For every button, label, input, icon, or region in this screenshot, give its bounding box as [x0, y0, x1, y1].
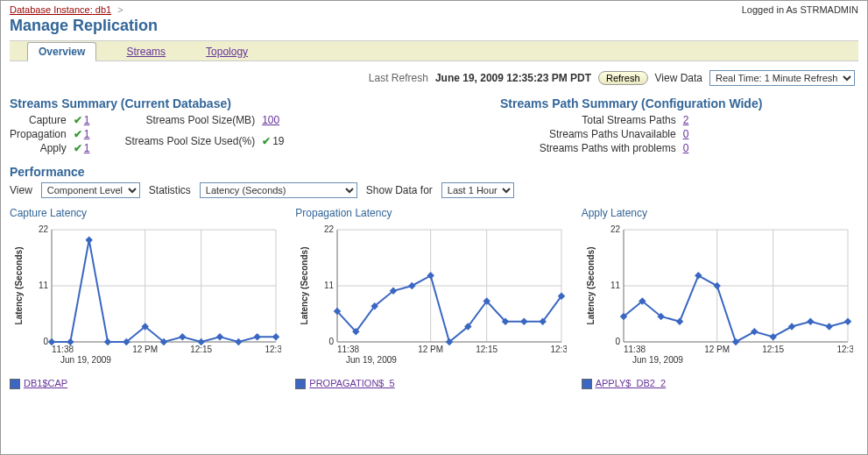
charts-row: Capture Latency 0112211:3812 PM12:1512:3…	[10, 207, 858, 389]
svg-rect-92	[843, 317, 850, 324]
svg-rect-83	[675, 317, 682, 324]
chart-apply-latency: Apply Latency 0112211:3812 PM12:1512:30J…	[582, 207, 858, 389]
svg-text:11: 11	[610, 281, 621, 290]
svg-text:11:38: 11:38	[337, 345, 359, 354]
svg-rect-90	[807, 317, 814, 324]
svg-text:0: 0	[615, 337, 620, 346]
logged-in-text: Logged in As STRMADMIN	[742, 4, 858, 15]
svg-rect-91	[825, 323, 832, 330]
show-data-for-select[interactable]: Last 1 Hour	[441, 182, 514, 198]
capture-count-link[interactable]: 1	[84, 114, 90, 126]
svg-rect-20	[85, 236, 92, 243]
statistics-select[interactable]: Latency (Seconds)	[200, 182, 357, 198]
show-data-for-label: Show Data for	[366, 184, 433, 196]
chart-title: Apply Latency	[582, 207, 858, 219]
tab-topology[interactable]: Topology	[195, 43, 258, 60]
check-icon: ✔	[74, 114, 82, 126]
legend-link[interactable]: APPLY$_DB2_2	[596, 378, 667, 388]
svg-rect-87	[751, 328, 758, 335]
chart-title: Propagation Latency	[295, 207, 572, 219]
check-icon: ✔	[74, 128, 82, 140]
svg-text:Jun 19, 2009: Jun 19, 2009	[632, 355, 683, 365]
pool-size-label: Streams Pool Size(MB)	[124, 114, 255, 133]
svg-text:0: 0	[329, 337, 335, 346]
view-label: View	[10, 184, 32, 196]
pool-used-value: 19	[272, 135, 284, 147]
svg-rect-53	[408, 282, 415, 289]
path-summary-title: Streams Path Summary (Configuration Wide…	[500, 96, 858, 110]
paths-unavail-label: Streams Paths Unavailable	[500, 128, 676, 140]
legend-link[interactable]: DB1$CAP	[24, 378, 67, 388]
last-refresh-label: Last Refresh	[369, 72, 428, 84]
svg-text:11:38: 11:38	[624, 345, 646, 354]
statistics-label: Statistics	[149, 184, 191, 196]
legend-swatch-icon	[295, 379, 306, 389]
svg-rect-86	[731, 338, 738, 345]
view-data-label: View Data	[655, 72, 702, 84]
svg-rect-89	[787, 323, 794, 330]
legend-link[interactable]: PROPAGATION$_5	[309, 378, 394, 388]
last-refresh-timestamp: June 19, 2009 12:35:23 PM PDT	[435, 72, 591, 84]
svg-text:11:38: 11:38	[52, 345, 74, 354]
pool-size-link[interactable]: 100	[262, 114, 279, 126]
refresh-bar: Last Refresh June 19, 2009 12:35:23 PM P…	[10, 70, 858, 86]
paths-problem-label: Streams Paths with problems	[500, 142, 676, 154]
svg-text:11: 11	[324, 281, 335, 290]
chart-svg: 0112211:3812 PM12:1512:30Jun 19, 2009Lat…	[10, 223, 281, 372]
propagation-label: Propagation	[10, 128, 67, 140]
svg-text:22: 22	[324, 224, 335, 234]
apply-count-link[interactable]: 1	[84, 142, 90, 154]
svg-text:11: 11	[39, 281, 49, 290]
view-data-select[interactable]: Real Time: 1 Minute Refresh	[709, 70, 855, 86]
svg-rect-84	[695, 272, 702, 279]
chart-legend: DB1$CAP	[10, 378, 286, 389]
page-title: Manage Replication	[10, 17, 858, 35]
svg-rect-30	[272, 333, 279, 340]
paths-unavail-link[interactable]: 0	[683, 128, 689, 140]
svg-text:12:30: 12:30	[836, 345, 853, 354]
paths-problem-link[interactable]: 0	[683, 142, 689, 154]
svg-text:12:15: 12:15	[476, 345, 498, 354]
svg-text:12 PM: 12 PM	[704, 345, 730, 354]
chart-svg: 0112211:3812 PM12:1512:30Jun 19, 2009Lat…	[582, 223, 853, 372]
svg-text:Jun 19, 2009: Jun 19, 2009	[60, 355, 111, 365]
svg-rect-88	[769, 333, 776, 340]
tab-streams[interactable]: Streams	[116, 43, 176, 60]
svg-text:12 PM: 12 PM	[132, 345, 158, 354]
svg-rect-28	[235, 338, 242, 345]
performance-controls: View Component Level Statistics Latency …	[10, 182, 858, 198]
refresh-button[interactable]: Refresh	[598, 71, 648, 85]
svg-text:22: 22	[39, 224, 49, 234]
legend-swatch-icon	[10, 379, 20, 389]
chart-capture-latency: Capture Latency 0112211:3812 PM12:1512:3…	[10, 207, 286, 389]
capture-label: Capture	[10, 114, 67, 126]
svg-text:Jun 19, 2009: Jun 19, 2009	[346, 355, 397, 365]
chevron-right-icon: >	[117, 4, 123, 15]
check-icon: ✔	[262, 135, 271, 147]
svg-rect-85	[713, 282, 720, 289]
svg-text:Latency (Seconds): Latency (Seconds)	[14, 247, 24, 325]
propagation-count-link[interactable]: 1	[84, 128, 90, 140]
total-paths-label: Total Streams Paths	[500, 114, 676, 126]
svg-rect-29	[253, 333, 260, 340]
chart-legend: APPLY$_DB2_2	[582, 378, 858, 389]
svg-text:12:15: 12:15	[190, 345, 212, 354]
view-select[interactable]: Component Level	[41, 182, 140, 198]
legend-swatch-icon	[582, 379, 592, 389]
tab-overview[interactable]: Overview	[27, 42, 96, 61]
svg-text:12:15: 12:15	[762, 345, 784, 354]
total-paths-link[interactable]: 2	[683, 114, 689, 126]
svg-rect-27	[216, 333, 223, 340]
apply-label: Apply	[10, 142, 67, 154]
svg-text:Latency (Seconds): Latency (Seconds)	[586, 247, 596, 325]
breadcrumb: Database Instance: db1 >	[10, 4, 858, 15]
svg-text:12:30: 12:30	[265, 345, 281, 354]
chart-title: Capture Latency	[10, 207, 286, 219]
performance-title: Performance	[10, 165, 858, 179]
svg-text:0: 0	[43, 337, 48, 346]
check-icon: ✔	[74, 142, 82, 154]
svg-rect-54	[427, 272, 434, 279]
svg-rect-25	[179, 333, 186, 340]
tab-bar: Overview Streams Topology	[10, 40, 858, 61]
breadcrumb-link[interactable]: Database Instance: db1	[10, 4, 111, 15]
